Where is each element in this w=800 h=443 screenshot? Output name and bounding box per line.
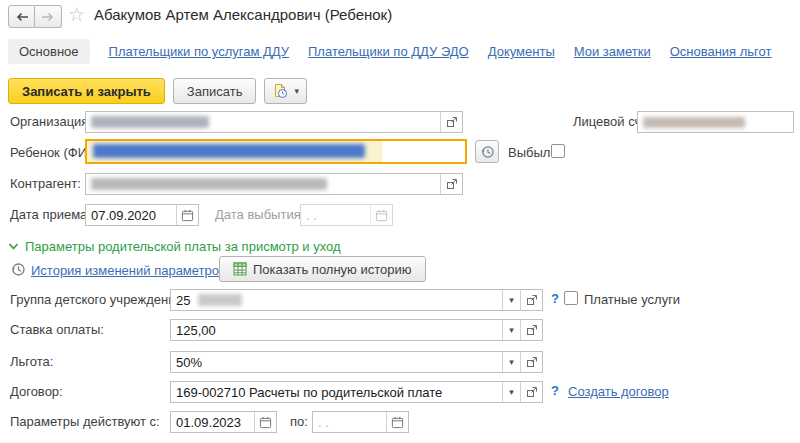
document-clock-icon	[272, 83, 288, 99]
redacted-group-value	[198, 294, 242, 306]
counterparty-label: Контрагент:	[10, 176, 81, 191]
show-full-history-label: Показать полную историю	[253, 262, 412, 277]
valid-to-field[interactable]: . .	[312, 411, 409, 433]
table-grid-icon	[233, 262, 247, 276]
payment-params-section-header[interactable]: Параметры родительской платы за присмотр…	[8, 239, 341, 254]
valid-to-label: по:	[290, 414, 308, 429]
valid-to-calendar-icon[interactable]	[386, 412, 408, 432]
contract-value: 169-002710 Расчеты по родительской плате	[171, 382, 502, 402]
forward-button[interactable]	[35, 5, 62, 28]
left-flag-label: Выбыл:	[508, 145, 554, 160]
departure-calendar-icon	[370, 205, 392, 225]
history-clock-icon	[10, 261, 26, 277]
rate-value: 125,00	[171, 320, 502, 340]
admission-date-value[interactable]: 07.09.2020	[86, 205, 176, 225]
departure-date-placeholder: . .	[301, 205, 370, 225]
tab-link-documents[interactable]: Документы	[488, 44, 555, 59]
benefit-dropdown-icon[interactable]: ▾	[502, 352, 520, 372]
paid-services-checkbox[interactable]	[564, 291, 578, 305]
benefit-label: Льгота:	[10, 354, 53, 369]
redacted-child-name-value	[93, 144, 365, 158]
forward-arrow-icon	[41, 12, 55, 22]
save-button[interactable]: Записать	[173, 78, 257, 104]
departure-date-label: Дата выбытия:	[215, 207, 304, 222]
counterparty-open-icon[interactable]	[440, 174, 462, 194]
group-field[interactable]: 25 ▾	[170, 289, 543, 311]
organization-open-icon[interactable]	[440, 112, 462, 132]
organization-label: Организация:	[10, 114, 92, 129]
contract-help-icon[interactable]: ?	[551, 383, 559, 398]
section-title: Параметры родительской платы за присмотр…	[25, 239, 341, 254]
save-and-close-button[interactable]: Записать и закрыть	[8, 78, 165, 104]
rate-open-icon[interactable]	[520, 320, 542, 340]
paid-services-label: Платные услуги	[584, 292, 680, 307]
nav-buttons	[8, 5, 62, 28]
valid-from-label: Параметры действуют с:	[10, 414, 160, 429]
child-history-button[interactable]	[475, 140, 499, 163]
create-based-on-button[interactable]: ▾	[264, 78, 307, 104]
benefit-value: 50%	[171, 352, 502, 372]
valid-to-placeholder: . .	[313, 412, 386, 432]
child-name-field[interactable]	[85, 139, 467, 164]
chevron-down-icon	[8, 242, 19, 251]
departure-date-field: . .	[300, 204, 393, 226]
tab-bar: Основное Плательщики по услугам ДДУ Плат…	[0, 38, 800, 65]
admission-calendar-icon[interactable]	[176, 205, 198, 225]
redacted-counterparty-value	[91, 178, 327, 190]
contract-label: Договор:	[10, 384, 63, 399]
back-arrow-icon	[15, 12, 29, 22]
contract-dropdown-icon[interactable]: ▾	[502, 382, 520, 402]
rate-label: Ставка оплаты:	[10, 322, 104, 337]
valid-from-calendar-icon[interactable]	[254, 412, 276, 432]
caret-down-icon: ▾	[294, 86, 299, 96]
redacted-personal-account-value	[643, 117, 745, 128]
benefit-field[interactable]: 50% ▾	[170, 351, 543, 373]
tab-link-benefit-grounds[interactable]: Основания льгот	[670, 44, 772, 59]
params-history-link[interactable]: История изменений параметров	[31, 263, 226, 278]
tab-link-payers-ddu[interactable]: Плательщики по услугам ДДУ	[109, 44, 289, 59]
favorite-star-icon[interactable]: ☆	[68, 3, 85, 27]
save-and-close-label: Записать и закрыть	[22, 84, 151, 99]
redacted-organization-value	[91, 116, 209, 128]
group-open-icon[interactable]	[520, 290, 542, 310]
personal-account-field[interactable]	[637, 111, 794, 133]
save-label: Записать	[187, 84, 243, 99]
show-full-history-button[interactable]: Показать полную историю	[219, 256, 426, 282]
child-card-form: ☆ Абакумов Артем Александрович (Ребенок)…	[0, 0, 800, 443]
rate-field[interactable]: 125,00 ▾	[170, 319, 543, 341]
tab-link-payers-ddu-edo[interactable]: Плательщики по ДДУ ЭДО	[308, 44, 469, 59]
contract-open-icon[interactable]	[520, 382, 542, 402]
tab-main[interactable]: Основное	[8, 39, 90, 64]
valid-from-field[interactable]: 01.09.2023	[170, 411, 277, 433]
history-clock-icon	[480, 144, 495, 159]
left-flag-checkbox[interactable]	[551, 144, 565, 158]
admission-date-field[interactable]: 07.09.2020	[85, 204, 199, 226]
organization-field[interactable]	[85, 111, 463, 133]
group-help-icon[interactable]: ?	[551, 291, 559, 306]
create-contract-link[interactable]: Создать договор	[568, 384, 669, 399]
rate-dropdown-icon[interactable]: ▾	[502, 320, 520, 340]
benefit-open-icon[interactable]	[520, 352, 542, 372]
back-button[interactable]	[8, 5, 35, 28]
counterparty-field[interactable]	[85, 173, 463, 195]
page-title: Абакумов Артем Александрович (Ребенок)	[94, 6, 392, 23]
toolbar: Записать и закрыть Записать ▾	[8, 78, 307, 104]
contract-field[interactable]: 169-002710 Расчеты по родительской плате…	[170, 381, 543, 403]
group-label: Группа детского учреждения:	[10, 292, 186, 307]
valid-from-value[interactable]: 01.09.2023	[171, 412, 254, 432]
group-value: 25	[176, 293, 190, 308]
admission-date-label: Дата приема:	[10, 207, 91, 222]
tab-link-my-notes[interactable]: Мои заметки	[574, 44, 651, 59]
group-dropdown-icon[interactable]: ▾	[502, 290, 520, 310]
